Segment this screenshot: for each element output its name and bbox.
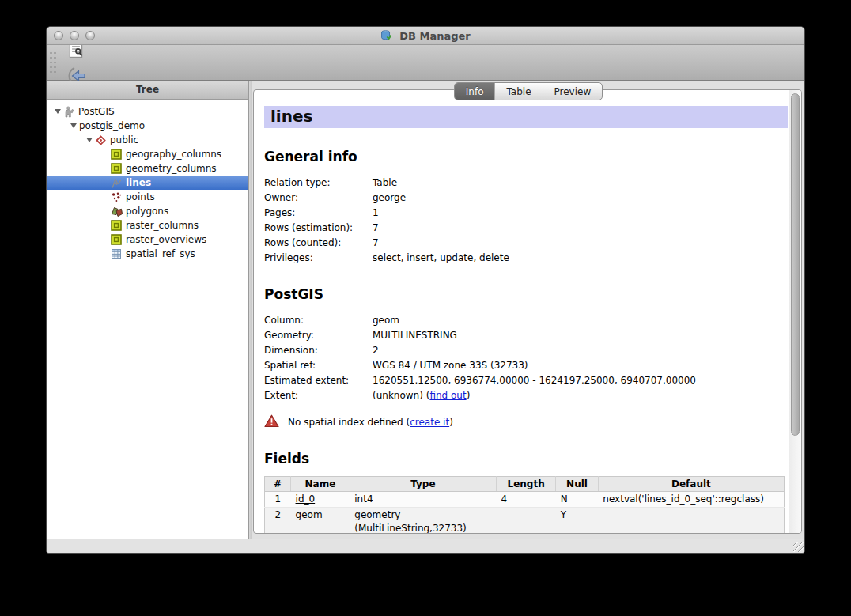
info-row: Dimension:2 — [264, 343, 789, 358]
info-row-label: Owner: — [264, 191, 373, 206]
table-row: 2geomgeometry (MultiLineString,32733)Y — [265, 508, 785, 534]
warning-text: No spatial index defined (create it) — [288, 417, 453, 428]
create-it-link[interactable]: create it — [410, 417, 449, 428]
scrollbar-thumb[interactable] — [791, 93, 800, 436]
table-layer-icon — [111, 163, 123, 174]
vertical-scrollbar[interactable] — [789, 90, 801, 533]
info-row: Relation type:Table — [264, 176, 789, 191]
info-row-value: Table — [373, 176, 397, 191]
tree-item-label: points — [126, 191, 155, 202]
tree-item-raster_overviews[interactable]: raster_overviews — [47, 232, 248, 247]
details-panel: InfoTablePreview lines General info Rela… — [252, 81, 804, 539]
postgis-connection-icon — [63, 106, 75, 118]
field-length-cell: 4 — [497, 492, 556, 508]
field-name-cell: geom — [291, 508, 350, 534]
zoom-button[interactable] — [85, 31, 95, 40]
tab-preview[interactable]: Preview — [543, 83, 603, 100]
tree-item-label: raster_overviews — [126, 234, 206, 245]
tree-item-label: postgis_demo — [79, 120, 145, 131]
tree-item-public[interactable]: public — [47, 133, 248, 147]
close-button[interactable] — [54, 31, 63, 40]
info-row-label: Rows (counted): — [264, 236, 373, 251]
window-title-text: DB Manager — [399, 30, 471, 42]
line-layer-icon — [111, 177, 123, 189]
fields-column-header: Length — [497, 477, 556, 492]
tree-item-label: raster_columns — [126, 220, 199, 231]
info-row: Owner:george — [264, 191, 789, 206]
minimize-button[interactable] — [70, 31, 79, 40]
tree-item-raster_columns[interactable]: raster_columns — [47, 218, 248, 232]
general-info-list: Relation type:TableOwner:georgePages:1Ro… — [264, 176, 789, 266]
db-manager-window: DB Manager Tree PostGISpostgis_demopubli… — [46, 26, 805, 554]
disclosure-triangle-icon[interactable] — [84, 138, 95, 142]
field-length-cell — [497, 508, 556, 534]
info-row-value: MULTILINESTRING — [373, 328, 457, 343]
polygon-layer-icon — [111, 206, 123, 217]
table-layer-icon — [111, 149, 123, 160]
tree-item-label: geometry_columns — [126, 163, 217, 174]
general-info-heading: General info — [264, 149, 789, 164]
fields-column-header: Type — [350, 477, 496, 492]
schema-icon — [95, 134, 107, 146]
disclosure-triangle-icon[interactable] — [52, 109, 63, 114]
tab-info[interactable]: Info — [455, 83, 496, 100]
tree-panel: Tree PostGISpostgis_demopublicgeography_… — [47, 81, 249, 539]
info-row-label: Pages: — [264, 206, 373, 221]
resize-grip-icon[interactable] — [793, 542, 804, 552]
warning-icon — [264, 414, 279, 430]
fields-column-header: Name — [291, 477, 350, 492]
tree-item-geometry_columns[interactable]: geometry_columns — [47, 161, 248, 176]
tree-item-points[interactable]: points — [47, 190, 248, 204]
find-out-link[interactable]: find out — [429, 390, 466, 401]
toolbar-drag-handle[interactable] — [48, 49, 56, 76]
info-row-value: 1 — [373, 206, 379, 221]
tree-item-label: polygons — [126, 206, 168, 217]
disclosure-triangle-icon[interactable] — [68, 123, 79, 128]
field-default-cell — [598, 508, 784, 534]
field-null-cell: Y — [556, 508, 599, 534]
tree-item-geography_columns[interactable]: geography_columns — [47, 147, 248, 161]
tree-item-polygons[interactable]: polygons — [47, 204, 248, 218]
tab-table[interactable]: Table — [495, 83, 543, 100]
info-content: lines General info Relation type:TableOw… — [254, 90, 789, 533]
info-row: Rows (estimation):7 — [264, 221, 789, 236]
info-row-value: select, insert, update, delete — [373, 251, 509, 266]
table-row: 1id_0int44Nnextval('lines_id_0_seq'::reg… — [265, 492, 785, 508]
point-layer-icon — [111, 191, 123, 202]
tree-item-postgis_demo[interactable]: postgis_demo — [47, 119, 248, 133]
spatial-index-warning: No spatial index defined (create it) — [264, 414, 789, 430]
info-row: Extent:(unknown) (find out) — [264, 388, 789, 403]
tab-strip: InfoTablePreview — [252, 82, 804, 100]
info-row: Pages:1 — [264, 206, 789, 221]
info-row: Rows (counted):7 — [264, 236, 789, 251]
plain-table-icon — [111, 248, 123, 259]
info-row: Privileges:select, insert, update, delet… — [264, 251, 789, 266]
fields-column-header: Default — [598, 477, 784, 492]
tree-item-label: public — [110, 134, 138, 145]
info-row: Spatial ref:WGS 84 / UTM zone 33S (32733… — [264, 358, 789, 373]
info-row-label: Estimated extent: — [264, 373, 373, 388]
field-num-cell: 2 — [265, 508, 291, 534]
info-row-value: 1620551.12500, 6936774.00000 - 1624197.2… — [373, 373, 696, 388]
tree-item-PostGIS[interactable]: PostGIS — [47, 104, 248, 119]
info-row-label: Column: — [264, 313, 373, 328]
table-layer-icon — [111, 234, 123, 245]
info-row-value: 7 — [373, 236, 379, 251]
info-row-value: WGS 84 / UTM zone 33S (32733) — [373, 358, 528, 373]
tree-item-spatial_ref_sys[interactable]: spatial_ref_sys — [47, 247, 248, 261]
fields-heading: Fields — [264, 451, 789, 467]
info-row-label: Dimension: — [264, 343, 373, 358]
table-layer-icon — [111, 220, 123, 231]
field-default-cell: nextval('lines_id_0_seq'::regclass) — [598, 492, 784, 508]
traffic-lights — [54, 27, 95, 44]
tree-item-label: lines — [126, 177, 151, 188]
toolbar — [47, 45, 804, 81]
db-tree: PostGISpostgis_demopublicgeography_colum… — [47, 100, 248, 539]
postgis-info-list: Column:geomGeometry:MULTILINESTRINGDimen… — [264, 313, 789, 403]
tree-item-lines[interactable]: lines — [47, 176, 248, 190]
titlebar[interactable]: DB Manager — [47, 27, 804, 45]
field-name-cell: id_0 — [291, 492, 350, 508]
info-row-value: geom — [373, 313, 399, 328]
info-row-value: george — [373, 191, 406, 206]
info-row-label: Rows (estimation): — [264, 221, 373, 236]
